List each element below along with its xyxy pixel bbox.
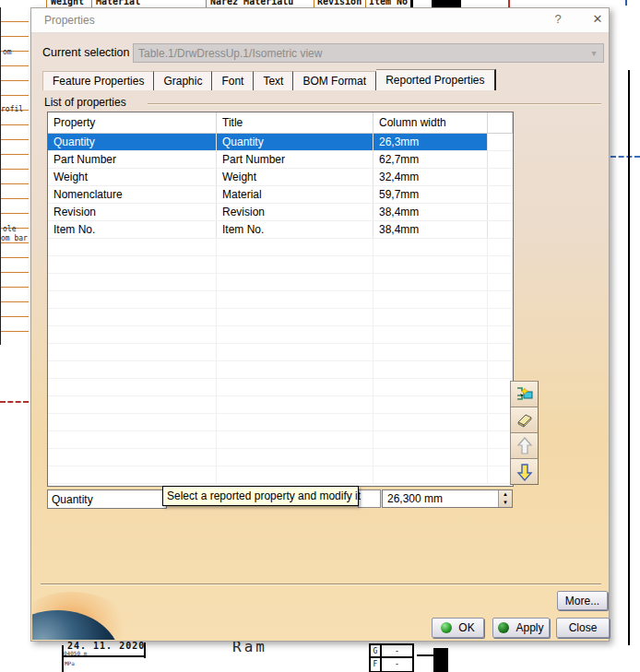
- bom-col-revision: Revision: [317, 0, 361, 6]
- mini-edit-box[interactable]: [358, 489, 381, 508]
- column-header-property: Property: [48, 112, 217, 133]
- spin-down-icon[interactable]: ▼: [499, 499, 512, 507]
- move-up-button[interactable]: [510, 432, 539, 459]
- column-width-value: 26,300 mm: [383, 490, 498, 507]
- table-row[interactable]: Quantity Quantity 26,3mm: [48, 134, 513, 151]
- tab-strip: Feature Properties Graphic Font Text BOM…: [42, 69, 496, 90]
- add-property-button[interactable]: [510, 381, 539, 407]
- tab-text[interactable]: Text: [254, 71, 293, 90]
- tooltip: Select a reported property and modify it: [162, 486, 359, 506]
- red-dashed-line: [0, 401, 29, 403]
- empty-table-row: [48, 326, 513, 344]
- property-name-input[interactable]: [47, 489, 167, 509]
- column-width-spinner[interactable]: 26,300 mm ▲ ▼: [382, 489, 513, 508]
- footer-divider: [41, 584, 601, 585]
- empty-table-row: [48, 239, 513, 256]
- current-selection-combo[interactable]: Table.1/DrwDressUp.1/Isometric view ▾: [133, 43, 604, 63]
- screen: Weight Material Narez Materialu Revision…: [0, 0, 640, 672]
- empty-table-row: [48, 466, 513, 484]
- bom-text-fragment: om: [3, 48, 12, 56]
- tab-graphic[interactable]: Graphic: [154, 71, 212, 90]
- spin-up-icon[interactable]: ▲: [499, 490, 512, 499]
- tab-reported-properties[interactable]: Reported Properties: [376, 69, 495, 90]
- filled-bar: [433, 648, 448, 672]
- empty-table-row: [48, 396, 513, 414]
- group-divider: [148, 103, 601, 105]
- ok-button[interactable]: OK: [432, 618, 484, 638]
- column-header-title: Title: [217, 112, 373, 133]
- table-row: F -: [371, 658, 412, 671]
- apply-button[interactable]: Apply: [492, 618, 550, 638]
- titleblock-line: [417, 654, 434, 656]
- arrow-up-icon: [515, 436, 535, 456]
- spinner-buttons: ▲ ▼: [498, 490, 512, 507]
- apply-sphere-icon: [498, 622, 509, 633]
- move-down-button[interactable]: [510, 458, 539, 485]
- planet-glow: [32, 592, 132, 640]
- table-row[interactable]: Part Number Part Number 62,7mm: [48, 151, 513, 169]
- bom-col-itemno: Item No: [369, 0, 408, 6]
- empty-table-row: [48, 291, 513, 309]
- blue-dashed-line: [610, 156, 640, 158]
- ok-sphere-icon: [441, 622, 452, 633]
- frame-line: [628, 70, 630, 645]
- properties-table: Property Title Column width Quantity Qua…: [47, 112, 514, 487]
- titleblock-small-text: MPa: [65, 660, 75, 666]
- blue-line: [625, 0, 627, 6]
- empty-table-row: [48, 449, 513, 466]
- column-header-column-width: Column width: [373, 112, 488, 133]
- dialog-title: Properties: [44, 14, 95, 27]
- empty-table-row: [48, 414, 513, 431]
- add-property-icon: [515, 384, 535, 405]
- table-row[interactable]: Nomenclature Material 59,7mm: [48, 186, 513, 204]
- current-selection-value: Table.1/DrwDressUp.1/Isometric view: [134, 47, 585, 60]
- properties-dialog: Properties ? ✕ Current selection : Table…: [30, 7, 610, 642]
- empty-table-row: [48, 361, 513, 379]
- column-header-empty: [488, 112, 513, 133]
- close-button[interactable]: Close: [556, 618, 610, 638]
- tab-feature-properties[interactable]: Feature Properties: [42, 71, 154, 90]
- empty-table-row: [48, 431, 513, 449]
- bom-text-fragment: ole: [3, 225, 16, 233]
- table-row[interactable]: Weight Weight 32,4mm: [48, 169, 513, 186]
- bom-left-table: [0, 7, 29, 345]
- bom-text-fragment: om bar: [1, 234, 28, 242]
- current-selection-label: Current selection :: [42, 46, 136, 59]
- tab-font[interactable]: Font: [212, 71, 254, 90]
- table-row: G -: [371, 645, 412, 658]
- chevron-down-icon: ▾: [585, 48, 603, 58]
- close-icon[interactable]: ✕: [589, 12, 606, 29]
- help-button[interactable]: ?: [550, 12, 566, 29]
- revision-mini-table: G - F -: [369, 643, 414, 672]
- tab-bom-format[interactable]: BOM Format: [293, 71, 376, 90]
- titleblock-line: [144, 643, 146, 658]
- planet-sphere: [32, 610, 120, 640]
- titleblock-line: [62, 655, 145, 657]
- group-label: List of properties: [44, 96, 126, 109]
- bom-text-fragment: rofil: [1, 105, 23, 113]
- bom-col-narez: Narez Materialu: [210, 0, 293, 6]
- catia-planet-graphic: [32, 590, 136, 640]
- dialog-titlebar[interactable]: Properties ? ✕: [31, 8, 609, 33]
- empty-table-row: [48, 309, 513, 326]
- table-row[interactable]: Item No. Item No. 38,4mm: [48, 221, 513, 239]
- bom-col-material: Material: [96, 0, 140, 6]
- arrow-down-icon: [515, 462, 535, 482]
- erase-property-button[interactable]: [510, 407, 539, 433]
- empty-table-row: [48, 379, 513, 396]
- table-row[interactable]: Revision Revision 38,4mm: [48, 204, 513, 221]
- empty-table-row: [48, 274, 513, 291]
- list-tool-buttons: [510, 381, 539, 485]
- bom-col-weight: Weight: [51, 0, 84, 6]
- empty-table-row: [48, 256, 513, 274]
- table-header-row: Property Title Column width: [48, 112, 513, 134]
- eraser-icon: [515, 410, 535, 430]
- more-button[interactable]: More...: [557, 591, 608, 610]
- empty-table-row: [48, 344, 513, 361]
